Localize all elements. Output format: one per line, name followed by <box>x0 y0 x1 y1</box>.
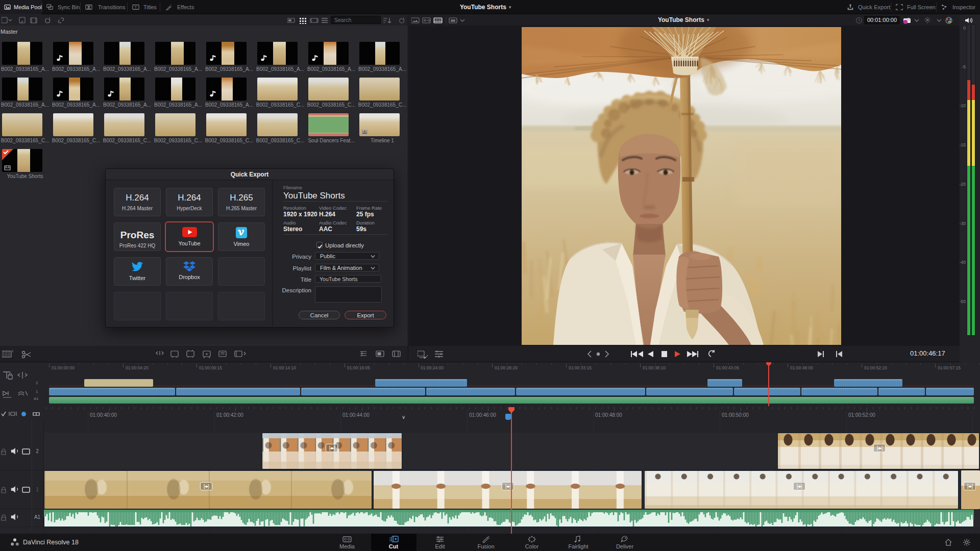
svg-text:T: T <box>135 6 137 9</box>
svg-text:2: 2 <box>12 349 14 353</box>
